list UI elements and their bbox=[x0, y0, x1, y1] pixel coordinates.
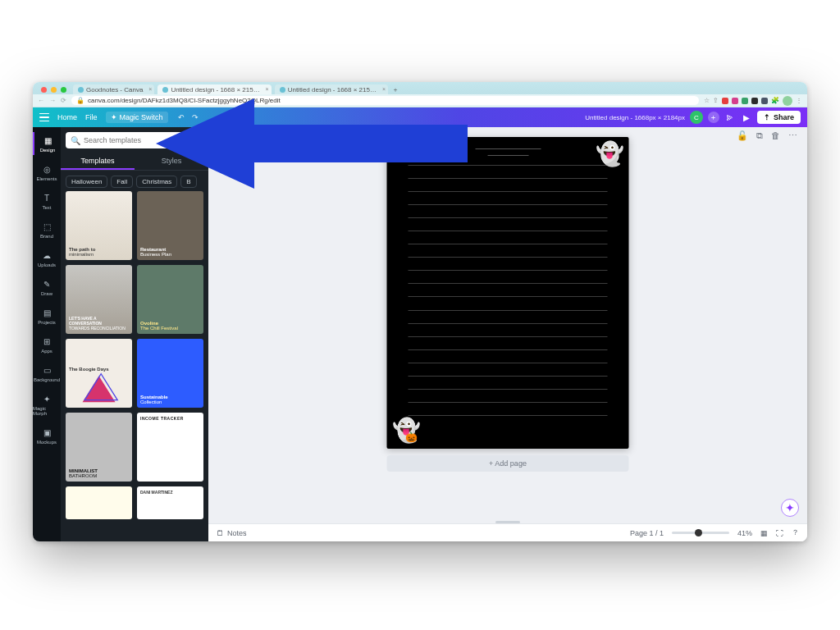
close-icon[interactable]: × bbox=[148, 86, 152, 92]
help-fab[interactable]: ✦ bbox=[781, 499, 799, 517]
minimize-window[interactable] bbox=[51, 87, 57, 93]
reload-icon[interactable]: ⟳ bbox=[61, 97, 66, 104]
document-title[interactable]: Untitled design - 1668px × 2184px bbox=[585, 114, 685, 121]
forward-icon[interactable]: → bbox=[49, 97, 56, 104]
panel-handle[interactable] bbox=[495, 521, 520, 523]
template-thumb[interactable]: SustainableCollection bbox=[137, 339, 203, 408]
delete-icon[interactable]: 🗑 bbox=[771, 130, 780, 141]
rail-mockups[interactable]: ▣Mockups bbox=[33, 424, 61, 447]
back-icon[interactable]: ← bbox=[38, 97, 44, 104]
avatar[interactable]: C bbox=[690, 111, 703, 124]
rail-text[interactable]: TText bbox=[33, 189, 61, 212]
browser-tab[interactable]: Untitled design - 1668 × 215… × bbox=[275, 84, 388, 94]
template-thumb[interactable]: RestaurantBusiness Plan bbox=[137, 191, 203, 260]
rail-label: Text bbox=[42, 205, 51, 210]
add-page-button[interactable]: + Add page bbox=[387, 455, 629, 472]
window-controls[interactable] bbox=[38, 87, 70, 94]
rail-design[interactable]: ▦Design bbox=[33, 132, 61, 155]
thumb-text: LET'S HAVE A CONVERSATION bbox=[69, 316, 129, 326]
ghost-with-pumpkin-sticker[interactable]: 👻🎃 bbox=[392, 417, 421, 444]
help-icon[interactable]: ？ bbox=[792, 527, 799, 538]
share-button[interactable]: ⇡ Share bbox=[757, 111, 801, 124]
extension-icon[interactable] bbox=[761, 98, 768, 104]
menu-button[interactable] bbox=[39, 113, 49, 121]
extensions-menu-icon[interactable]: 🧩 bbox=[771, 97, 779, 104]
template-thumb[interactable]: OvolineThe Chill Festival bbox=[137, 265, 203, 334]
more-icon[interactable]: ⋯ bbox=[788, 130, 797, 141]
close-icon[interactable]: × bbox=[382, 86, 386, 92]
rail-background[interactable]: ▭Background bbox=[33, 362, 61, 385]
template-thumb[interactable]: LET'S HAVE A CONVERSATIONTOWARDS RECONCI… bbox=[66, 265, 132, 334]
rail-magic-morph[interactable]: ✦Magic Morph bbox=[33, 390, 61, 418]
chip[interactable]: Christmas bbox=[136, 176, 177, 188]
fullscreen-icon[interactable]: ⛶ bbox=[776, 529, 783, 537]
rail-uploads[interactable]: ☁Uploads bbox=[33, 247, 61, 270]
tab-label: Goodnotes - Canva bbox=[86, 86, 143, 94]
add-collaborator-button[interactable]: ＋ bbox=[708, 112, 719, 123]
text-icon: T bbox=[41, 192, 52, 203]
menu-icon[interactable]: ⋮ bbox=[796, 97, 802, 104]
close-icon[interactable]: × bbox=[266, 86, 269, 92]
extension-icon[interactable] bbox=[751, 98, 758, 104]
redo-icon[interactable]: ↷ bbox=[190, 112, 200, 122]
grid-view-icon[interactable]: ▦ bbox=[760, 529, 768, 537]
star-icon[interactable]: ☆ bbox=[704, 97, 710, 104]
extension-icon[interactable] bbox=[722, 98, 728, 104]
rail-projects[interactable]: ▤Projects bbox=[33, 304, 61, 327]
browser-tab[interactable]: Untitled design - 1668 × 215… × bbox=[158, 84, 271, 94]
design-icon: ▦ bbox=[42, 135, 53, 146]
maximize-window[interactable] bbox=[61, 87, 66, 93]
url-input[interactable]: 🔒 canva.com/design/DAFkz1d3MQ8/Cl-SFactz… bbox=[71, 96, 699, 105]
ghost-sticker[interactable]: 👻 bbox=[596, 140, 624, 167]
canvas-area[interactable]: 🔓 ⧉ 🗑 ⋯ ⟲ 👻 👻🎃 + Add page ✦ bbox=[208, 127, 807, 541]
rail-label: Apps bbox=[41, 349, 52, 354]
avatar-initial: C bbox=[694, 114, 699, 121]
zoom-knob[interactable] bbox=[695, 529, 702, 536]
thumb-text: The Chill Festival bbox=[140, 326, 200, 331]
present-icon[interactable]: ▶ bbox=[741, 112, 752, 123]
new-tab-button[interactable]: ＋ bbox=[391, 85, 399, 94]
search-templates-input[interactable]: 🔍 bbox=[66, 132, 203, 148]
notes-button[interactable]: 🗒 Notes bbox=[217, 529, 247, 537]
zoom-percent[interactable]: 41% bbox=[737, 529, 752, 537]
share-icon[interactable]: ⇪ bbox=[713, 97, 719, 104]
url-text: canva.com/design/DAFkz1d3MQ8/Cl-SFactzjg… bbox=[88, 97, 281, 104]
template-thumb[interactable]: The path tominimalism bbox=[66, 191, 132, 260]
browser-tab[interactable]: Goodnotes - Canva × bbox=[73, 84, 154, 94]
extension-icon[interactable] bbox=[742, 98, 748, 104]
chip[interactable]: Halloween bbox=[66, 176, 107, 188]
design-page[interactable]: ⟲ 👻 👻🎃 bbox=[387, 137, 629, 449]
rail-elements[interactable]: ◎Elements bbox=[33, 161, 61, 184]
template-thumb[interactable]: MINIMALISTBATHROOM bbox=[66, 413, 132, 482]
file-menu[interactable]: File bbox=[85, 113, 98, 121]
template-thumb[interactable]: The Boogie Days bbox=[66, 339, 132, 408]
tab-templates[interactable]: Templates bbox=[61, 153, 135, 170]
extension-icon[interactable] bbox=[732, 98, 738, 104]
undo-icon[interactable]: ↶ bbox=[176, 112, 186, 122]
browser-window: Goodnotes - Canva × Untitled design - 16… bbox=[33, 82, 807, 541]
rail-apps[interactable]: ⊞Apps bbox=[33, 333, 61, 356]
page-indicator[interactable]: Page 1 / 1 bbox=[630, 529, 664, 537]
duplicate-icon[interactable]: ⧉ bbox=[756, 130, 763, 141]
template-thumb[interactable]: DANI MARTINEZ bbox=[137, 486, 203, 519]
chip[interactable]: Fall bbox=[111, 176, 133, 188]
rail-label: Draw bbox=[41, 291, 52, 296]
template-thumb[interactable]: INCOME TRACKER bbox=[137, 413, 203, 482]
tab-styles[interactable]: Styles bbox=[135, 153, 208, 170]
browser-tabbar: Goodnotes - Canva × Untitled design - 16… bbox=[33, 82, 807, 94]
thumb-text: INCOME TRACKER bbox=[140, 416, 200, 421]
home-button[interactable]: Home bbox=[57, 113, 77, 121]
profile-avatar[interactable] bbox=[783, 96, 792, 106]
chip[interactable]: B bbox=[180, 176, 196, 188]
rail-draw[interactable]: ✎Draw bbox=[33, 276, 61, 299]
magic-morph-icon: ✦ bbox=[41, 393, 52, 404]
template-thumb[interactable] bbox=[66, 486, 132, 519]
analytics-icon[interactable]: ⫸ bbox=[724, 112, 736, 123]
zoom-slider[interactable] bbox=[672, 532, 729, 534]
magic-switch-button[interactable]: ✦ Magic Switch bbox=[106, 112, 168, 123]
rail-brand[interactable]: ⬚Brand bbox=[33, 218, 61, 241]
search-field[interactable] bbox=[84, 136, 199, 144]
lock-icon[interactable]: 🔓 bbox=[737, 130, 748, 141]
upload-icon: ⇡ bbox=[764, 113, 770, 121]
close-window[interactable] bbox=[41, 87, 47, 93]
